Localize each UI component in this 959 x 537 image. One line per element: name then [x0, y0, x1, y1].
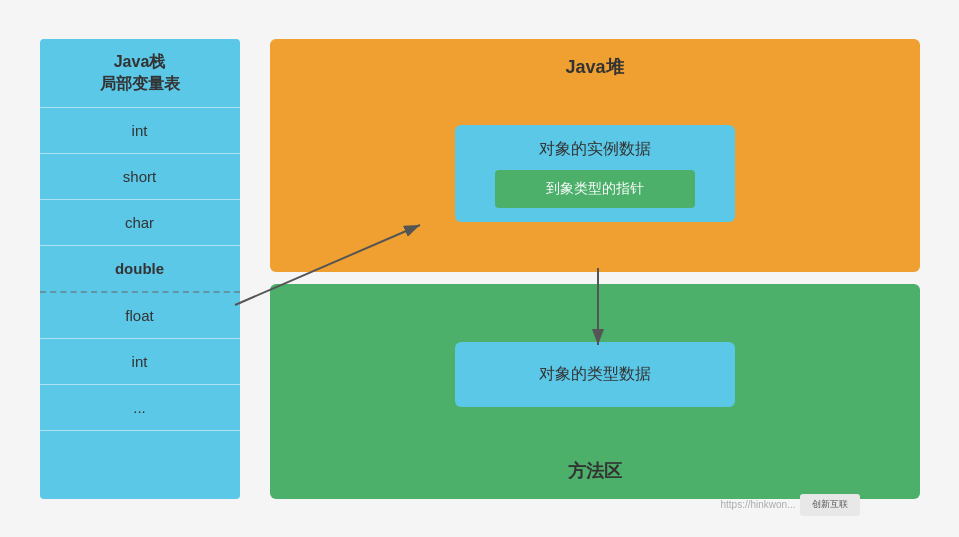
- java-stack-panel: Java栈 局部变量表 int short char double float …: [40, 39, 240, 499]
- stack-items-list: int short char double float int ...: [40, 108, 240, 498]
- stack-item-ellipsis: ...: [40, 385, 240, 431]
- type-pointer-box: 到象类型的指针: [495, 170, 695, 208]
- stack-title: Java栈 局部变量表: [40, 39, 240, 109]
- right-panels: Java堆 对象的实例数据 到象类型的指针 对象的类型数据 方法区: [270, 39, 920, 499]
- method-content: 对象的类型数据: [290, 300, 900, 449]
- diagram-container: Java栈 局部变量表 int short char double float …: [20, 14, 940, 524]
- method-area-title: 方法区: [290, 449, 900, 483]
- type-data-box: 对象的类型数据: [455, 342, 735, 407]
- heap-content: 对象的实例数据 到象类型的指针: [290, 91, 900, 256]
- watermark: https://hinkwon... 创新互联: [720, 494, 859, 516]
- instance-data-box: 对象的实例数据 到象类型的指针: [455, 125, 735, 222]
- stack-item-double: double: [40, 246, 240, 293]
- heap-title: Java堆: [290, 55, 900, 79]
- watermark-url: https://hinkwon...: [720, 499, 795, 510]
- stack-title-line2: 局部变量表: [100, 75, 180, 92]
- watermark-logo: 创新互联: [800, 494, 860, 516]
- stack-item-float: float: [40, 293, 240, 339]
- stack-title-line1: Java栈: [114, 53, 166, 70]
- stack-item-int1: int: [40, 108, 240, 154]
- method-area-panel: 对象的类型数据 方法区: [270, 284, 920, 499]
- instance-data-label: 对象的实例数据: [539, 139, 651, 160]
- stack-item-char: char: [40, 200, 240, 246]
- stack-item-short: short: [40, 154, 240, 200]
- java-heap-panel: Java堆 对象的实例数据 到象类型的指针: [270, 39, 920, 272]
- stack-item-int2: int: [40, 339, 240, 385]
- watermark-brand-text: 创新互联: [812, 498, 848, 511]
